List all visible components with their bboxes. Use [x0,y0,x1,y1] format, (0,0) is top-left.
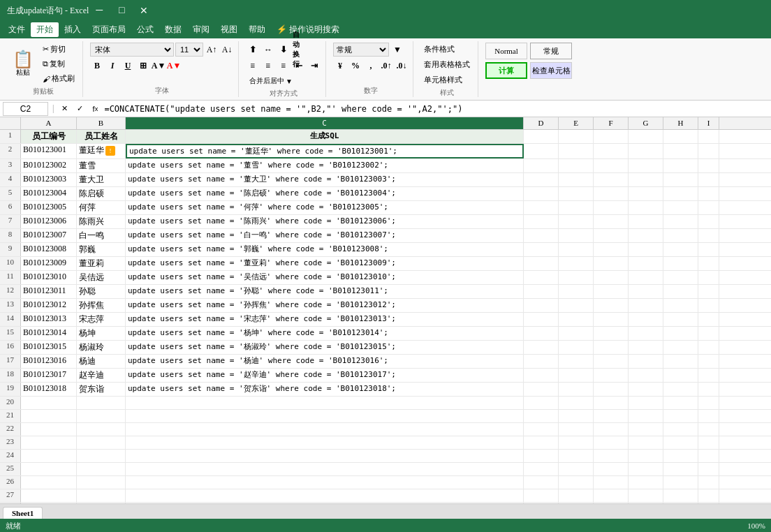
merge-button[interactable]: 合并后居中 ▼ [246,75,296,87]
italic-button[interactable]: I [105,59,119,73]
cell-a[interactable] [21,476,77,489]
align-left-button[interactable]: ≡ [246,59,260,73]
cell-h[interactable] [663,410,698,422]
cell-i[interactable] [698,503,719,503]
cell-e[interactable] [559,313,594,326]
cell-f[interactable] [594,201,629,214]
col-header-f[interactable]: F [594,117,629,129]
cell-g[interactable] [629,159,663,172]
cell-c[interactable]: update users set name = '陈雨兴' where code… [126,215,524,228]
cell-i[interactable] [698,383,719,396]
cell-i[interactable] [698,257,719,270]
font-name-select[interactable]: 宋体 [90,43,174,57]
cell-c[interactable]: update users set name = '赵辛迪' where code… [126,369,524,382]
cell-b[interactable] [77,397,126,409]
cell-d[interactable] [524,285,559,298]
cell-a[interactable]: B010123002 [21,159,77,172]
cell-a[interactable] [21,397,77,409]
cell-i[interactable] [698,144,719,158]
cell-c[interactable]: update users set name = '杨迪' where code … [126,355,524,368]
cell-h[interactable] [663,285,698,298]
cell-a[interactable] [21,450,77,462]
col-header-h[interactable]: H [663,117,698,129]
number-format-select[interactable]: 常规 [333,43,389,57]
cell-f[interactable] [594,327,629,340]
cell-a[interactable]: B010123009 [21,257,77,270]
decimal-dec-button[interactable]: .0↓ [395,59,409,73]
copy-button[interactable]: ⧉ 复制 [39,57,78,71]
cell-c[interactable] [126,489,524,502]
cell-f[interactable] [594,397,629,409]
cell-h[interactable] [663,341,698,354]
cell-e[interactable] [559,299,594,312]
cell-b[interactable] [77,503,126,503]
cell-d[interactable] [524,503,559,503]
cell-e[interactable] [559,144,594,158]
menu-view[interactable]: 视图 [215,22,243,37]
cell-h[interactable] [663,257,698,270]
cell-f[interactable] [594,476,629,489]
cell-f[interactable] [594,144,629,158]
cell-i[interactable] [698,271,719,284]
cell-d[interactable] [524,489,559,502]
cell-a[interactable]: B010123018 [21,383,77,396]
cell-g[interactable] [629,201,663,214]
cell-e[interactable] [559,503,594,503]
cell-b[interactable]: 吴佶远 [77,271,126,284]
maximize-button[interactable]: □ [111,3,132,17]
cell-i[interactable] [698,130,719,143]
indent-left-button[interactable]: ⇤ [292,59,306,73]
cell-d[interactable] [524,173,559,186]
cell-a[interactable]: B010123003 [21,173,77,186]
cell-b[interactable]: 何萍 [77,201,126,214]
cell-f[interactable] [594,355,629,368]
cell-i[interactable] [698,489,719,502]
cell-g[interactable] [629,436,663,449]
cell-h[interactable] [663,463,698,475]
cell-d[interactable] [524,397,559,409]
cell-f[interactable] [594,271,629,284]
cell-b[interactable]: 杨坤 [77,327,126,340]
cell-b[interactable]: 宋志萍 [77,313,126,326]
cell-i[interactable] [698,285,719,298]
conditional-format-button[interactable]: 条件格式 [420,43,458,56]
cell-i[interactable] [698,410,719,422]
regular-style-box[interactable]: 常规 [530,43,572,59]
currency-button[interactable]: ¥ [333,59,347,73]
cell-a[interactable]: B010123004 [21,187,77,200]
format-painter-button[interactable]: 🖌 格式刷 [39,72,78,85]
cell-h[interactable] [663,130,698,143]
menu-page-layout[interactable]: 页面布局 [87,22,131,37]
font-grow-button[interactable]: A↑ [205,43,219,57]
menu-file[interactable]: 文件 [3,22,31,37]
cell-e[interactable] [559,450,594,462]
cell-a[interactable]: B010123016 [21,355,77,368]
cell-a[interactable] [21,410,77,422]
cell-b[interactable] [77,463,126,475]
cell-a[interactable]: B010123017 [21,369,77,382]
menu-review[interactable]: 审阅 [187,22,215,37]
cell-h[interactable] [663,369,698,382]
cell-e[interactable] [559,187,594,200]
cell-f[interactable] [594,130,629,143]
check-style-box[interactable]: 检查单元格 [530,62,572,79]
cell-f[interactable] [594,423,629,436]
cell-g[interactable] [629,271,663,284]
cell-f[interactable] [594,383,629,396]
cell-d[interactable] [524,257,559,270]
cell-a[interactable] [21,489,77,502]
cell-e[interactable] [559,285,594,298]
cell-b[interactable]: 赵辛迪 [77,369,126,382]
cell-i[interactable] [698,397,719,409]
cell-h[interactable] [663,215,698,228]
cell-g[interactable] [629,187,663,200]
formula-input[interactable] [104,102,768,116]
comma-button[interactable]: , [364,59,378,73]
cell-i[interactable] [698,299,719,312]
cell-d[interactable] [524,144,559,158]
cell-f[interactable] [594,436,629,449]
cell-g[interactable] [629,313,663,326]
cell-reference-input[interactable] [3,102,48,116]
cell-f[interactable] [594,285,629,298]
cell-i[interactable] [698,476,719,489]
